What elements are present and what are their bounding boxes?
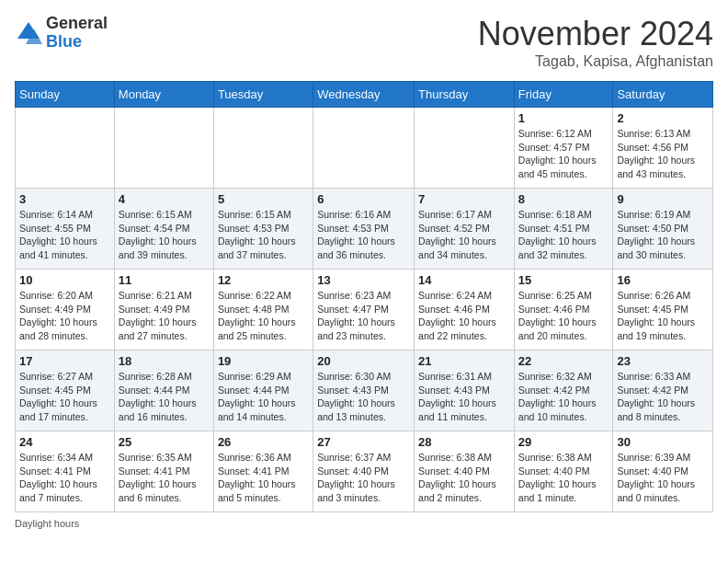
calendar-cell: 17Sunrise: 6:27 AM Sunset: 4:45 PM Dayli… xyxy=(16,350,115,431)
day-info: Sunrise: 6:33 AM Sunset: 4:42 PM Dayligh… xyxy=(617,370,709,424)
day-number: 1 xyxy=(518,111,609,125)
day-number: 2 xyxy=(617,111,709,125)
calendar-cell: 3Sunrise: 6:14 AM Sunset: 4:55 PM Daylig… xyxy=(16,189,115,270)
day-info: Sunrise: 6:17 AM Sunset: 4:52 PM Dayligh… xyxy=(418,208,510,262)
day-info: Sunrise: 6:31 AM Sunset: 4:43 PM Dayligh… xyxy=(418,370,510,424)
calendar-cell: 23Sunrise: 6:33 AM Sunset: 4:42 PM Dayli… xyxy=(613,350,713,431)
day-info: Sunrise: 6:26 AM Sunset: 4:45 PM Dayligh… xyxy=(617,289,709,343)
footer-label: Daylight hours xyxy=(15,518,79,529)
calendar-cell: 19Sunrise: 6:29 AM Sunset: 4:44 PM Dayli… xyxy=(213,350,313,431)
calendar-cell: 27Sunrise: 6:37 AM Sunset: 4:40 PM Dayli… xyxy=(313,431,415,512)
day-number: 22 xyxy=(518,354,609,368)
logo-general-text: General xyxy=(46,15,108,33)
calendar-cell: 4Sunrise: 6:15 AM Sunset: 4:54 PM Daylig… xyxy=(114,189,213,270)
day-info: Sunrise: 6:14 AM Sunset: 4:55 PM Dayligh… xyxy=(19,208,110,262)
day-info: Sunrise: 6:28 AM Sunset: 4:44 PM Dayligh… xyxy=(119,370,210,424)
footer: Daylight hours xyxy=(15,518,713,529)
day-info: Sunrise: 6:27 AM Sunset: 4:45 PM Dayligh… xyxy=(19,370,110,424)
logo-icon xyxy=(15,19,42,47)
day-number: 16 xyxy=(617,273,709,287)
location-title: Tagab, Kapisa, Afghanistan xyxy=(478,53,713,70)
calendar-cell: 21Sunrise: 6:31 AM Sunset: 4:43 PM Dayli… xyxy=(415,350,515,431)
calendar-cell: 30Sunrise: 6:39 AM Sunset: 4:40 PM Dayli… xyxy=(613,431,713,512)
day-number: 20 xyxy=(317,354,410,368)
day-number: 29 xyxy=(518,435,609,449)
day-number: 26 xyxy=(218,435,309,449)
day-number: 9 xyxy=(617,192,709,206)
day-number: 5 xyxy=(218,192,309,206)
calendar-cell: 14Sunrise: 6:24 AM Sunset: 4:46 PM Dayli… xyxy=(415,270,515,350)
calendar-cell: 2Sunrise: 6:13 AM Sunset: 4:56 PM Daylig… xyxy=(613,108,713,189)
day-number: 13 xyxy=(317,273,410,287)
day-number: 10 xyxy=(19,273,110,287)
calendar-cell: 24Sunrise: 6:34 AM Sunset: 4:41 PM Dayli… xyxy=(16,431,115,512)
calendar-cell xyxy=(16,108,115,189)
calendar-day-header: Friday xyxy=(514,82,613,108)
calendar-day-header: Sunday xyxy=(16,82,115,108)
day-info: Sunrise: 6:25 AM Sunset: 4:46 PM Dayligh… xyxy=(518,289,609,343)
day-info: Sunrise: 6:24 AM Sunset: 4:46 PM Dayligh… xyxy=(418,289,510,343)
calendar-week-row: 17Sunrise: 6:27 AM Sunset: 4:45 PM Dayli… xyxy=(16,350,713,431)
day-number: 18 xyxy=(119,354,210,368)
day-info: Sunrise: 6:30 AM Sunset: 4:43 PM Dayligh… xyxy=(317,370,410,424)
calendar-table: SundayMondayTuesdayWednesdayThursdayFrid… xyxy=(15,81,713,512)
day-info: Sunrise: 6:15 AM Sunset: 4:53 PM Dayligh… xyxy=(218,208,309,262)
calendar-week-row: 24Sunrise: 6:34 AM Sunset: 4:41 PM Dayli… xyxy=(16,431,713,512)
day-number: 8 xyxy=(518,192,609,206)
calendar-week-row: 10Sunrise: 6:20 AM Sunset: 4:49 PM Dayli… xyxy=(16,270,713,350)
calendar-cell: 5Sunrise: 6:15 AM Sunset: 4:53 PM Daylig… xyxy=(213,189,313,270)
calendar-cell: 11Sunrise: 6:21 AM Sunset: 4:49 PM Dayli… xyxy=(114,270,213,350)
calendar-cell: 28Sunrise: 6:38 AM Sunset: 4:40 PM Dayli… xyxy=(415,431,515,512)
day-info: Sunrise: 6:12 AM Sunset: 4:57 PM Dayligh… xyxy=(518,127,609,181)
calendar-week-row: 3Sunrise: 6:14 AM Sunset: 4:55 PM Daylig… xyxy=(16,189,713,270)
day-number: 7 xyxy=(418,192,510,206)
calendar-body: 1Sunrise: 6:12 AM Sunset: 4:57 PM Daylig… xyxy=(16,108,713,512)
page-header: General Blue November 2024 Tagab, Kapisa… xyxy=(15,15,713,70)
day-number: 21 xyxy=(418,354,510,368)
day-info: Sunrise: 6:35 AM Sunset: 4:41 PM Dayligh… xyxy=(119,451,210,505)
calendar-cell: 13Sunrise: 6:23 AM Sunset: 4:47 PM Dayli… xyxy=(313,270,415,350)
calendar-cell: 8Sunrise: 6:18 AM Sunset: 4:51 PM Daylig… xyxy=(514,189,613,270)
day-info: Sunrise: 6:36 AM Sunset: 4:41 PM Dayligh… xyxy=(218,451,309,505)
day-info: Sunrise: 6:18 AM Sunset: 4:51 PM Dayligh… xyxy=(518,208,609,262)
calendar-cell: 10Sunrise: 6:20 AM Sunset: 4:49 PM Dayli… xyxy=(16,270,115,350)
day-number: 11 xyxy=(119,273,210,287)
day-number: 3 xyxy=(19,192,110,206)
calendar-cell: 20Sunrise: 6:30 AM Sunset: 4:43 PM Dayli… xyxy=(313,350,415,431)
day-info: Sunrise: 6:39 AM Sunset: 4:40 PM Dayligh… xyxy=(617,451,709,505)
calendar-cell: 9Sunrise: 6:19 AM Sunset: 4:50 PM Daylig… xyxy=(613,189,713,270)
day-number: 19 xyxy=(218,354,309,368)
calendar-cell xyxy=(415,108,515,189)
calendar-cell: 15Sunrise: 6:25 AM Sunset: 4:46 PM Dayli… xyxy=(514,270,613,350)
day-number: 17 xyxy=(19,354,110,368)
day-number: 12 xyxy=(218,273,309,287)
calendar-cell: 26Sunrise: 6:36 AM Sunset: 4:41 PM Dayli… xyxy=(213,431,313,512)
day-number: 27 xyxy=(317,435,410,449)
logo: General Blue xyxy=(15,15,108,52)
day-number: 30 xyxy=(617,435,709,449)
calendar-day-header: Thursday xyxy=(415,82,515,108)
calendar-cell: 1Sunrise: 6:12 AM Sunset: 4:57 PM Daylig… xyxy=(514,108,613,189)
day-number: 28 xyxy=(418,435,510,449)
calendar-day-header: Monday xyxy=(114,82,213,108)
day-info: Sunrise: 6:37 AM Sunset: 4:40 PM Dayligh… xyxy=(317,451,410,505)
calendar-day-header: Tuesday xyxy=(213,82,313,108)
calendar-day-header: Wednesday xyxy=(313,82,415,108)
calendar-cell: 12Sunrise: 6:22 AM Sunset: 4:48 PM Dayli… xyxy=(213,270,313,350)
calendar-cell xyxy=(313,108,415,189)
day-number: 25 xyxy=(119,435,210,449)
day-info: Sunrise: 6:34 AM Sunset: 4:41 PM Dayligh… xyxy=(19,451,110,505)
calendar-cell: 16Sunrise: 6:26 AM Sunset: 4:45 PM Dayli… xyxy=(613,270,713,350)
day-info: Sunrise: 6:20 AM Sunset: 4:49 PM Dayligh… xyxy=(19,289,110,343)
title-block: November 2024 Tagab, Kapisa, Afghanistan xyxy=(478,15,713,70)
day-info: Sunrise: 6:13 AM Sunset: 4:56 PM Dayligh… xyxy=(617,127,709,181)
month-title: November 2024 xyxy=(478,15,713,53)
day-number: 24 xyxy=(19,435,110,449)
calendar-cell xyxy=(213,108,313,189)
day-number: 6 xyxy=(317,192,410,206)
day-info: Sunrise: 6:29 AM Sunset: 4:44 PM Dayligh… xyxy=(218,370,309,424)
day-info: Sunrise: 6:32 AM Sunset: 4:42 PM Dayligh… xyxy=(518,370,609,424)
calendar-cell: 7Sunrise: 6:17 AM Sunset: 4:52 PM Daylig… xyxy=(415,189,515,270)
calendar-cell xyxy=(114,108,213,189)
calendar-cell: 18Sunrise: 6:28 AM Sunset: 4:44 PM Dayli… xyxy=(114,350,213,431)
